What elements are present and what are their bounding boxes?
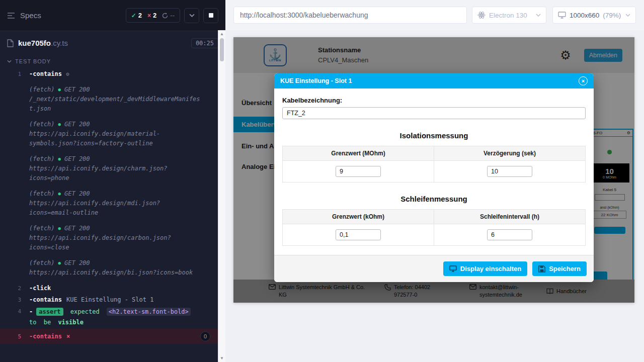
- command-row-contains-2[interactable]: 3 -containsKUE Einstellung - Slot 1: [0, 294, 225, 306]
- network-log-row[interactable]: (fetch) ● GET 200 /_next/static/developm…: [0, 84, 225, 115]
- pending-stat: --: [162, 12, 175, 19]
- spec-extension: .cy.ts: [51, 39, 68, 47]
- specs-label: Specs: [20, 11, 41, 20]
- display-on-button[interactable]: Display einschalten: [443, 261, 527, 276]
- loop-col-limit: Grenzwert (kOhm): [283, 210, 434, 224]
- loop-interval-input[interactable]: [487, 229, 532, 240]
- reporter-header: Specs ✓ 2 × 2 --: [0, 0, 225, 31]
- line-number: 1: [0, 69, 29, 79]
- check-icon: ✓: [131, 12, 136, 19]
- aut-region: Electron 130 1000x660 (79%) ⚓: [225, 0, 644, 362]
- spec-timer: 00:25: [191, 38, 218, 48]
- fetch-status: GET 200: [64, 224, 90, 233]
- line-number: 4: [0, 307, 29, 328]
- isolation-col-limit: Grenzwert (MOhm): [283, 146, 434, 161]
- status-dot-icon: ●: [58, 258, 61, 268]
- fetch-url: https://api.iconify.design/mdi.json?icon…: [29, 199, 203, 218]
- close-icon[interactable]: ×: [579, 76, 588, 85]
- spec-name: kue705fo: [18, 39, 51, 47]
- cypress-reporter: Specs ✓ 2 × 2 --: [0, 0, 225, 362]
- command-row-click[interactable]: 2 -click: [0, 283, 225, 294]
- browser-selector[interactable]: Electron 130: [472, 7, 546, 24]
- fetch-status: GET 200: [64, 85, 90, 95]
- command-row-assert[interactable]: 4 -assert expected <h2.text-sm.font-bold…: [0, 306, 225, 329]
- save-button[interactable]: Speichern: [532, 261, 587, 276]
- line-number: 2: [0, 284, 29, 293]
- isolation-limit-input[interactable]: [336, 166, 381, 177]
- cable-name-input[interactable]: [282, 107, 586, 119]
- modal-title-bar: KUE Einstellung - Slot 1 ×: [274, 73, 594, 88]
- fetch-tag: (fetch): [29, 120, 55, 129]
- command-method: -contains: [29, 70, 62, 77]
- chevron-down-icon: [7, 60, 12, 63]
- spec-title-row[interactable]: kue705fo.cy.ts 00:25: [0, 31, 225, 55]
- passed-stat: ✓ 2: [131, 12, 142, 19]
- display-monitor-icon: [449, 265, 457, 272]
- status-dot-icon: ●: [58, 85, 61, 95]
- command-row-failed[interactable]: 5 -contains× 0: [0, 329, 225, 344]
- scroll-up-icon[interactable]: ▲: [218, 32, 225, 36]
- fetch-url: /_next/static/development/_devMiddleware…: [29, 95, 203, 114]
- command-row-contains-1[interactable]: 1 -contains⚙: [0, 68, 225, 80]
- chevron-down-icon: [625, 14, 630, 17]
- collapse-chevron-button[interactable]: [184, 8, 199, 23]
- browser-url-bar: Electron 130 1000x660 (79%): [225, 0, 644, 30]
- fetch-url: https://api.iconify.design/material-symb…: [29, 129, 203, 148]
- line-number: 5: [0, 332, 29, 341]
- modal-body: Kabelbezeichnung: Isolationsmessung Gren…: [274, 88, 594, 246]
- fetch-tag: (fetch): [29, 224, 55, 233]
- gear-icon: ⚙: [66, 71, 69, 77]
- viewport-selector[interactable]: 1000x660 (79%): [552, 7, 636, 24]
- electron-icon: [477, 11, 486, 19]
- fetch-url: https://api.iconify.design/bi.json?icons…: [29, 268, 203, 278]
- stop-button[interactable]: [203, 8, 218, 23]
- viewport-dimensions: 1000x660: [570, 12, 599, 19]
- loop-section-title: Schleifenmessung: [282, 195, 586, 203]
- cable-name-label: Kabelbezeichnung:: [282, 97, 586, 104]
- kue-settings-modal: KUE Einstellung - Slot 1 × Kabelbezeichn…: [274, 73, 594, 282]
- status-dot-icon: ●: [58, 189, 61, 199]
- fetch-tag: (fetch): [29, 258, 55, 268]
- fetch-tag: (fetch): [29, 154, 55, 164]
- command-argument: KUE Einstellung - Slot 1: [66, 296, 153, 303]
- browser-name: Electron 130: [489, 12, 527, 19]
- fail-x-icon: ×: [66, 332, 70, 341]
- test-body-toggle[interactable]: TEST BODY: [0, 55, 225, 68]
- modal-footer: Display einschalten Speichern: [274, 255, 594, 282]
- scroll-down-icon[interactable]: ▼: [218, 356, 225, 360]
- loop-limit-input[interactable]: [336, 229, 381, 240]
- assert-selector: <h2.text-sm.font-bold>: [107, 308, 191, 316]
- fetch-status: GET 200: [64, 189, 90, 199]
- command-method: -contains: [29, 296, 62, 303]
- network-log-row[interactable]: (fetch) ● GET 200 https://api.iconify.de…: [0, 119, 225, 149]
- chevron-down-icon: [536, 14, 541, 17]
- fetch-url: https://api.iconify.design/carbon.json?i…: [29, 233, 203, 252]
- scrollbar-thumb[interactable]: [220, 38, 224, 61]
- spec-file-icon: [7, 39, 14, 47]
- network-log-row[interactable]: (fetch) ● GET 200 https://api.iconify.de…: [0, 223, 225, 253]
- isolation-delay-input[interactable]: [487, 166, 532, 177]
- save-floppy-icon: [538, 265, 545, 273]
- fetch-status: GET 200: [64, 120, 90, 129]
- test-stats[interactable]: ✓ 2 × 2 --: [126, 8, 180, 23]
- network-log-row[interactable]: (fetch) ● GET 200 https://api.iconify.de…: [0, 153, 225, 184]
- fetch-status: GET 200: [64, 154, 90, 164]
- network-log-row[interactable]: (fetch) ● GET 200 https://api.iconify.de…: [0, 257, 225, 279]
- isolation-col-delay: Verzögerung (sek): [434, 146, 586, 161]
- status-dot-icon: ●: [58, 154, 61, 164]
- stop-icon: [209, 13, 213, 18]
- failed-count: 2: [153, 12, 156, 19]
- screen: Specs ✓ 2 × 2 --: [0, 0, 644, 362]
- url-input[interactable]: [233, 7, 467, 24]
- status-dot-icon: ●: [58, 120, 61, 129]
- reporter-scrollbar[interactable]: ▲ ▼: [218, 30, 225, 362]
- isolation-table: Grenzwert (MOhm) Verzögerung (sek): [282, 146, 586, 183]
- viewport-monitor-icon: [558, 12, 566, 19]
- failed-stat: × 2: [147, 12, 156, 19]
- loop-table: Grenzwert (kOhm) Schleifenintervall (h): [282, 209, 586, 246]
- command-log: 1 -contains⚙ (fetch) ● GET 200 /_next/st…: [0, 68, 225, 347]
- viewport-zoom: (79%): [603, 12, 621, 19]
- network-log-row[interactable]: (fetch) ● GET 200 https://api.iconify.de…: [0, 188, 225, 219]
- specs-menu-icon[interactable]: [7, 12, 15, 19]
- fetch-status: GET 200: [64, 258, 90, 268]
